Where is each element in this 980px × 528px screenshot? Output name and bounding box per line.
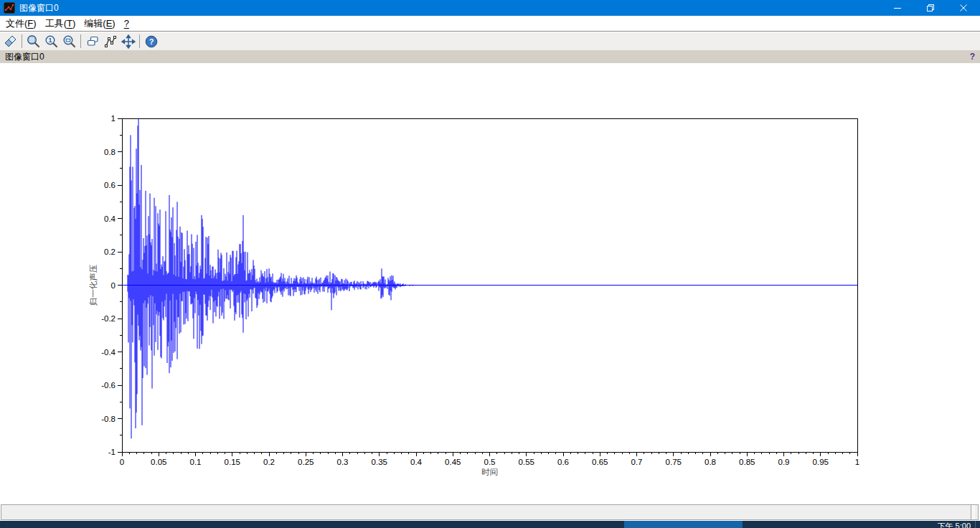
- taskbar-separator: [975, 521, 976, 528]
- x-tick-label: 0.2: [263, 458, 275, 466]
- info-bar: 图像窗口0 ?: [0, 50, 980, 63]
- menu-item-edit[interactable]: 编辑(E): [80, 16, 119, 32]
- rotate-button[interactable]: [1, 33, 19, 50]
- y-axis-label: 归一化声压: [89, 264, 98, 306]
- menu-item-file[interactable]: 文件(F): [1, 16, 41, 32]
- minimize-button[interactable]: [881, 0, 914, 16]
- x-tick-label: 0.85: [739, 458, 755, 466]
- x-tick-label: 0.5: [484, 458, 496, 466]
- x-axis-label: 时间: [481, 468, 498, 476]
- resize-grip[interactable]: [971, 505, 975, 519]
- svg-text:?: ?: [149, 37, 154, 46]
- status-bar: [1, 504, 979, 520]
- x-tick-label: 0.55: [519, 458, 534, 466]
- toolbar-separator: [80, 34, 81, 48]
- y-tick-label: -0.2: [101, 314, 116, 323]
- y-tick-label: -0.8: [101, 415, 116, 423]
- x-tick-label: 0.45: [445, 458, 461, 466]
- menu-bar: 文件(F)工具(T)编辑(E)?: [0, 16, 980, 32]
- windows-taskbar: 下午 5:00: [0, 521, 980, 528]
- taskbar-clock[interactable]: 下午 5:00: [938, 522, 971, 528]
- x-tick-label: 0.3: [337, 458, 349, 466]
- menu-item-tools[interactable]: 工具(T): [41, 16, 80, 32]
- y-tick-label: 0.2: [104, 248, 116, 256]
- x-tick-label: 0.65: [592, 458, 608, 466]
- waveform-plot[interactable]: 00.050.10.150.20.250.30.350.40.450.50.55…: [0, 63, 980, 504]
- menu-item-help[interactable]: ?: [120, 16, 133, 30]
- toolbar-separator: [22, 34, 22, 48]
- zoom-area-button[interactable]: [24, 33, 42, 50]
- x-tick-label: 0.05: [151, 458, 166, 466]
- y-tick-label: 0.4: [104, 214, 116, 223]
- toolbar-separator: [139, 34, 140, 48]
- x-tick-label: 0.8: [705, 458, 716, 466]
- x-tick-label: 0.7: [631, 458, 643, 466]
- help-button[interactable]: ?: [142, 33, 160, 50]
- y-tick-label: 0.8: [104, 148, 116, 156]
- info-help-icon[interactable]: ?: [970, 52, 975, 62]
- plot-area: 00.050.10.150.20.250.30.350.40.450.50.55…: [0, 63, 980, 504]
- taskbar-active-app-button[interactable]: [624, 521, 743, 528]
- toolbar: 1?: [0, 32, 980, 50]
- copy-button[interactable]: [83, 33, 101, 50]
- window-title: 图像窗口0: [19, 0, 59, 16]
- x-tick-label: 0.15: [225, 458, 240, 466]
- y-tick-label: 0.6: [104, 181, 116, 189]
- y-tick-label: -0.6: [101, 381, 116, 390]
- original-view-button[interactable]: 1: [42, 33, 60, 50]
- x-tick-label: 0.35: [372, 458, 387, 466]
- restore-button[interactable]: [914, 0, 947, 16]
- x-tick-label: 0.4: [410, 458, 423, 466]
- x-tick-label: 0.75: [666, 458, 682, 466]
- y-tick-label: 0: [111, 281, 116, 290]
- y-tick-label: 1: [111, 114, 116, 123]
- x-tick-label: 0.9: [778, 458, 790, 466]
- close-button[interactable]: [947, 0, 980, 16]
- window-controls: [881, 0, 980, 16]
- title-bar: 图像窗口0: [0, 0, 980, 16]
- scilab-graph-icon: [4, 2, 15, 14]
- x-tick-label: 0.95: [813, 458, 829, 466]
- zoom-out-button[interactable]: [60, 33, 78, 50]
- pan-button[interactable]: [119, 33, 137, 50]
- waveform-trace: [128, 118, 413, 438]
- x-tick-label: 0.1: [190, 458, 202, 466]
- y-tick-label: -0.4: [101, 348, 116, 357]
- x-tick-label: 1: [855, 458, 859, 466]
- x-tick-label: 0: [120, 458, 124, 466]
- y-tick-label: -1: [108, 448, 116, 456]
- x-tick-label: 0.6: [557, 458, 569, 466]
- x-tick-label: 0.25: [298, 458, 314, 466]
- svg-text:1: 1: [48, 37, 52, 44]
- ged-button[interactable]: [101, 33, 119, 50]
- info-bar-label: 图像窗口0: [5, 51, 44, 63]
